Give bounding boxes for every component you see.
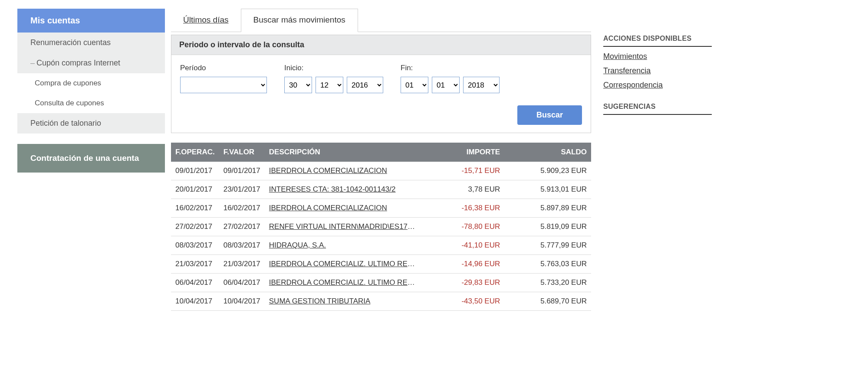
sugerencias-header: SUGERENCIAS (603, 103, 712, 115)
periodo-select[interactable] (180, 77, 267, 93)
cell-saldo: 5.819,09 EUR (504, 218, 591, 236)
cell-descripcion: INTERESES CTA: 381-1042-001143/2 (265, 180, 421, 199)
link-transferencia[interactable]: Transferencia (603, 66, 712, 75)
table-row: 16/02/201716/02/2017IBERDROLA COMERCIALI… (171, 199, 591, 218)
inicio-month-select[interactable]: 12 (316, 77, 343, 93)
cell-foperac: 09/01/2017 (171, 162, 219, 180)
cell-fvalor: 21/03/2017 (219, 255, 265, 274)
th-foperac: F.OPERAC. (171, 143, 219, 162)
descripcion-link[interactable]: IBERDROLA COMERCIALIZ. ULTIMO RECURS… (269, 260, 421, 268)
buscar-button[interactable]: Buscar (517, 105, 582, 125)
table-row: 06/04/201706/04/2017IBERDROLA COMERCIALI… (171, 274, 591, 292)
fin-month-select[interactable]: 01 (432, 77, 460, 93)
right-panel: ACCIONES DISPONIBLES Movimientos Transfe… (603, 9, 712, 311)
sidebar-item-consulta-cupones[interactable]: Consulta de cupones (17, 93, 165, 113)
cell-descripcion: IBERDROLA COMERCIALIZ. ULTIMO RECURS… (265, 255, 421, 274)
fin-group: Fin: 01 01 2018 (401, 64, 500, 93)
cell-descripcion: RENFE VIRTUAL INTERN\MADRID\ES1702271… (265, 218, 421, 236)
inicio-day-select[interactable]: 30 (284, 77, 312, 93)
cell-fvalor: 10/04/2017 (219, 292, 265, 311)
cell-descripcion: HIDRAQUA, S.A. (265, 236, 421, 255)
descripcion-link[interactable]: IBERDROLA COMERCIALIZ. ULTIMO RECURS… (269, 278, 421, 287)
link-movimientos[interactable]: Movimientos (603, 52, 712, 61)
cell-foperac: 10/04/2017 (171, 292, 219, 311)
main-content: Últimos días Buscar más movimientos Peri… (171, 9, 591, 311)
cell-fvalor: 23/01/2017 (219, 180, 265, 199)
cell-importe: -41,10 EUR (421, 236, 504, 255)
cell-fvalor: 09/01/2017 (219, 162, 265, 180)
sidebar-item-cupon[interactable]: Cupón compras Internet (17, 53, 165, 73)
sidebar-item-peticion-talonario[interactable]: Petición de talonario (17, 113, 165, 134)
descripcion-link[interactable]: INTERESES CTA: 381-1042-001143/2 (269, 185, 396, 193)
cell-foperac: 20/01/2017 (171, 180, 219, 199)
periodo-group: Período (180, 64, 267, 93)
cell-foperac: 27/02/2017 (171, 218, 219, 236)
search-panel: Periodo o intervalo de la consulta Perío… (171, 35, 591, 133)
fin-year-select[interactable]: 2018 (463, 77, 500, 93)
cell-saldo: 5.897,89 EUR (504, 199, 591, 218)
cell-fvalor: 27/02/2017 (219, 218, 265, 236)
cell-saldo: 5.733,20 EUR (504, 274, 591, 292)
panel-header: Periodo o intervalo de la consulta (171, 35, 591, 55)
inicio-label: Inicio: (284, 64, 383, 72)
inicio-group: Inicio: 30 12 2016 (284, 64, 383, 93)
cell-importe: -43,50 EUR (421, 292, 504, 311)
fin-day-select[interactable]: 01 (401, 77, 428, 93)
cell-fvalor: 16/02/2017 (219, 199, 265, 218)
cell-importe: -29,83 EUR (421, 274, 504, 292)
cell-foperac: 06/04/2017 (171, 274, 219, 292)
sidebar-item-mis-cuentas[interactable]: Mis cuentas (17, 9, 165, 33)
th-descripcion: DESCRIPCIÓN (265, 143, 421, 162)
tab-buscar-movimientos[interactable]: Buscar más movimientos (241, 9, 358, 32)
cell-descripcion: IBERDROLA COMERCIALIZ. ULTIMO RECURS… (265, 274, 421, 292)
sidebar-item-contratacion[interactable]: Contratación de una cuenta (17, 144, 165, 173)
cell-saldo: 5.913,01 EUR (504, 180, 591, 199)
descripcion-link[interactable]: IBERDROLA COMERCIALIZACION (269, 166, 387, 175)
cell-fvalor: 08/03/2017 (219, 236, 265, 255)
table-row: 10/04/201710/04/2017SUMA GESTION TRIBUTA… (171, 292, 591, 311)
cell-saldo: 5.689,70 EUR (504, 292, 591, 311)
th-importe: IMPORTE (421, 143, 504, 162)
movements-table: F.OPERAC. F.VALOR DESCRIPCIÓN IMPORTE SA… (171, 143, 591, 311)
cell-descripcion: SUMA GESTION TRIBUTARIA (265, 292, 421, 311)
cell-importe: -15,71 EUR (421, 162, 504, 180)
sidebar: Mis cuentas Renumeración cuentas Cupón c… (17, 9, 165, 311)
tab-label: Buscar más movimientos (253, 15, 345, 24)
descripcion-link[interactable]: HIDRAQUA, S.A. (269, 241, 326, 249)
th-saldo: SALDO (504, 143, 591, 162)
table-row: 08/03/201708/03/2017HIDRAQUA, S.A.-41,10… (171, 236, 591, 255)
acciones-header: ACCIONES DISPONIBLES (603, 35, 712, 47)
cell-foperac: 21/03/2017 (171, 255, 219, 274)
fin-label: Fin: (401, 64, 500, 72)
descripcion-link[interactable]: IBERDROLA COMERCIALIZACION (269, 204, 387, 212)
table-row: 21/03/201721/03/2017IBERDROLA COMERCIALI… (171, 255, 591, 274)
descripcion-link[interactable]: RENFE VIRTUAL INTERN\MADRID\ES1702271… (269, 222, 421, 231)
periodo-label: Período (180, 64, 267, 72)
cell-saldo: 5.909,23 EUR (504, 162, 591, 180)
link-correspondencia[interactable]: Correspondencia (603, 81, 712, 90)
tabs: Últimos días Buscar más movimientos (171, 9, 591, 32)
cell-foperac: 08/03/2017 (171, 236, 219, 255)
tab-label: Últimos días (183, 15, 229, 24)
tab-ultimos-dias[interactable]: Últimos días (171, 9, 241, 32)
descripcion-link[interactable]: SUMA GESTION TRIBUTARIA (269, 297, 371, 305)
table-row: 20/01/201723/01/2017INTERESES CTA: 381-1… (171, 180, 591, 199)
th-fvalor: F.VALOR (219, 143, 265, 162)
cell-foperac: 16/02/2017 (171, 199, 219, 218)
cell-importe: -16,38 EUR (421, 199, 504, 218)
table-header-row: F.OPERAC. F.VALOR DESCRIPCIÓN IMPORTE SA… (171, 143, 591, 162)
cell-importe: 3,78 EUR (421, 180, 504, 199)
cell-fvalor: 06/04/2017 (219, 274, 265, 292)
sidebar-item-renumeracion[interactable]: Renumeración cuentas (17, 33, 165, 53)
cell-saldo: 5.777,99 EUR (504, 236, 591, 255)
sidebar-item-compra-cupones[interactable]: Compra de cupones (17, 73, 165, 93)
cell-importe: -78,80 EUR (421, 218, 504, 236)
inicio-year-select[interactable]: 2016 (347, 77, 383, 93)
cell-importe: -14,96 EUR (421, 255, 504, 274)
cell-descripcion: IBERDROLA COMERCIALIZACION (265, 199, 421, 218)
cell-descripcion: IBERDROLA COMERCIALIZACION (265, 162, 421, 180)
cell-saldo: 5.763,03 EUR (504, 255, 591, 274)
table-row: 09/01/201709/01/2017IBERDROLA COMERCIALI… (171, 162, 591, 180)
table-row: 27/02/201727/02/2017RENFE VIRTUAL INTERN… (171, 218, 591, 236)
